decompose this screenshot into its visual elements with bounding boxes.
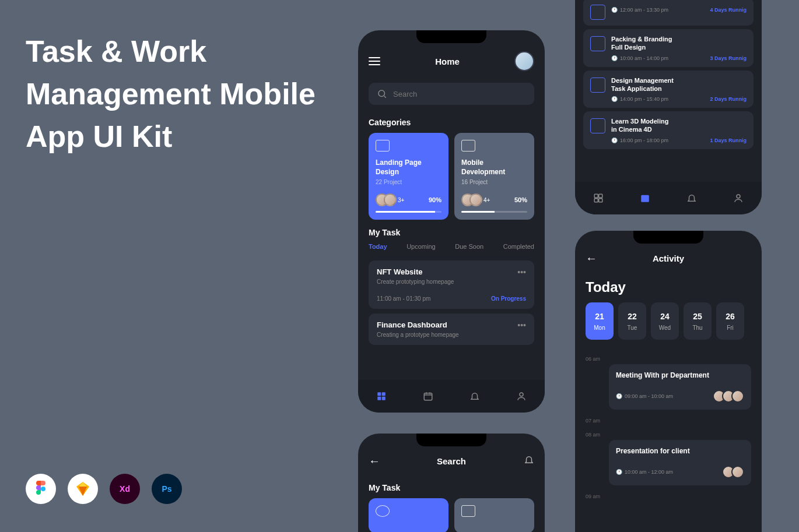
xd-icon: Xd <box>110 474 140 504</box>
phone-search: ← Search My Task <box>358 434 545 532</box>
avatar-stack <box>716 390 744 403</box>
nav-home-icon[interactable] <box>592 192 605 205</box>
svg-rect-6 <box>424 393 432 400</box>
task-icon <box>590 36 605 51</box>
tab-upcoming[interactable]: Upcoming <box>406 243 436 250</box>
day-cell[interactable]: 21Mon <box>586 302 614 340</box>
percentage: 90% <box>429 196 441 203</box>
nav-bell-icon[interactable] <box>468 390 481 403</box>
desktop-icon <box>376 140 390 152</box>
nav-calendar-icon[interactable] <box>422 390 434 403</box>
schedule-item[interactable]: Design ManagementTask Application 🕐14:00… <box>583 71 754 108</box>
category-card[interactable]: Mobile Development 16 Project 4+ 50% <box>454 133 534 220</box>
sketch-icon <box>68 474 98 504</box>
page-title: Search <box>380 456 523 466</box>
task-icon <box>590 77 605 93</box>
task-card[interactable]: NFT Website Create prototyping homepage … <box>369 260 534 309</box>
category-card[interactable]: Landing Page Design 22 Project 3+ 90% <box>369 133 448 220</box>
search-input[interactable] <box>393 90 526 98</box>
more-icon[interactable]: ••• <box>517 320 526 338</box>
category-card[interactable] <box>369 498 448 532</box>
day-cell[interactable]: 25Thu <box>684 302 712 340</box>
task-card[interactable]: Finance Dashboard Creating a prototype h… <box>369 313 534 345</box>
nav-profile-icon[interactable] <box>515 390 528 403</box>
svg-rect-5 <box>382 397 386 400</box>
svg-rect-11 <box>599 199 602 202</box>
nav-bar <box>358 380 545 413</box>
schedule-title: Design ManagementTask Application <box>611 76 747 93</box>
nav-calendar-icon[interactable] <box>639 192 651 205</box>
schedule-time: 🕐14:00 pm - 15:40 pm <box>611 96 668 102</box>
svg-point-1 <box>379 90 385 97</box>
category-sub: 22 Project <box>376 179 441 185</box>
avatar-stack <box>726 466 744 478</box>
time-label: 07 am <box>586 418 751 424</box>
tab-completed[interactable]: Completed <box>503 243 534 250</box>
time-label: 09 am <box>586 494 751 499</box>
category-title: Mobile Development <box>461 158 527 177</box>
search-bar[interactable] <box>369 83 534 105</box>
notch <box>416 30 486 43</box>
schedule-title: Learn 3D Modelingin Cinema 4D <box>611 117 747 134</box>
nav-profile-icon[interactable] <box>732 192 745 205</box>
task-icon <box>590 118 605 133</box>
nav-home-icon[interactable] <box>375 390 388 403</box>
back-icon[interactable]: ← <box>586 252 597 265</box>
avatar-stack: 4+ <box>461 193 490 206</box>
svg-rect-3 <box>382 392 386 396</box>
event-time: 🕐09:00 am - 10:00 am <box>616 393 673 399</box>
schedule-time: 🕐16:00 pm - 18:00 pm <box>611 138 668 143</box>
svg-rect-10 <box>594 199 598 202</box>
task-time: 11:00 am - 01:30 pm <box>377 295 430 302</box>
schedule-item[interactable]: 🕐12:00 am - 13:30 pm 4 Days Runnig <box>583 0 754 26</box>
schedule-item[interactable]: Packing & BrandingFull Design 🕐10:00 am … <box>583 29 754 67</box>
category-card[interactable] <box>454 498 534 532</box>
time-label: 06 am <box>586 356 751 362</box>
avatar-stack: 3+ <box>376 193 404 206</box>
avatar[interactable] <box>514 51 534 71</box>
task-sub: Creating a prototype homepage <box>377 332 459 338</box>
tool-icons-row: Xd Ps <box>26 474 182 504</box>
hero-title: Task & Work Management Mobile App UI Kit <box>26 30 341 157</box>
timeline-event[interactable]: Presentation for client 🕐10:00 am - 12:0… <box>609 440 751 485</box>
schedule-badge: 2 Days Runnig <box>710 96 747 102</box>
nav-bar <box>575 182 762 214</box>
svg-point-13 <box>737 195 740 198</box>
schedule-badge: 4 Days Runnig <box>710 7 747 13</box>
task-sub: Create prototyping homepage <box>377 279 454 285</box>
figma-icon <box>26 474 56 504</box>
event-time: 🕐10:00 am - 12:00 am <box>616 469 673 475</box>
pen-icon <box>376 505 390 517</box>
schedule-title: Packing & BrandingFull Design <box>611 35 747 52</box>
percentage: 50% <box>514 196 527 203</box>
day-cell[interactable]: 22Tue <box>618 302 646 340</box>
categories-label: Categories <box>358 110 545 133</box>
menu-icon[interactable] <box>369 57 380 65</box>
page-title: Home <box>380 57 514 66</box>
back-icon[interactable]: ← <box>369 455 380 468</box>
days-row: 21Mon 22Tue 24Wed 25Thu 26Fri <box>575 302 762 340</box>
phone-schedule: 🕐12:00 am - 13:30 pm 4 Days Runnig Packi… <box>575 0 762 214</box>
svg-rect-9 <box>599 194 602 198</box>
page-title: Activity <box>597 253 740 263</box>
schedule-item[interactable]: Learn 3D Modelingin Cinema 4D 🕐16:00 pm … <box>583 111 754 149</box>
task-tabs: Today Upcoming Due Soon Completed <box>358 243 545 256</box>
tab-today[interactable]: Today <box>369 243 387 250</box>
notch <box>416 434 486 446</box>
day-cell[interactable]: 24Wed <box>651 302 679 340</box>
day-cell[interactable]: 26Fri <box>716 302 744 340</box>
photoshop-icon: Ps <box>152 474 182 504</box>
phone-home: Home Categories Landing Page Design 22 P… <box>358 30 545 413</box>
bell-icon[interactable] <box>523 455 534 468</box>
mobile-icon <box>461 140 475 152</box>
mytask-label: My Task <box>358 475 545 498</box>
nav-bell-icon[interactable] <box>685 192 698 205</box>
category-sub: 16 Project <box>461 179 527 185</box>
tab-duesoon[interactable]: Due Soon <box>455 243 483 250</box>
more-icon[interactable]: ••• <box>517 267 526 285</box>
task-title: Finance Dashboard <box>377 320 459 329</box>
search-icon <box>377 89 387 99</box>
mytask-label: My Task <box>358 220 545 243</box>
schedule-time: 🕐12:00 am - 13:30 pm <box>611 7 668 13</box>
timeline-event[interactable]: Meeting With pr Department 🕐09:00 am - 1… <box>609 364 751 410</box>
